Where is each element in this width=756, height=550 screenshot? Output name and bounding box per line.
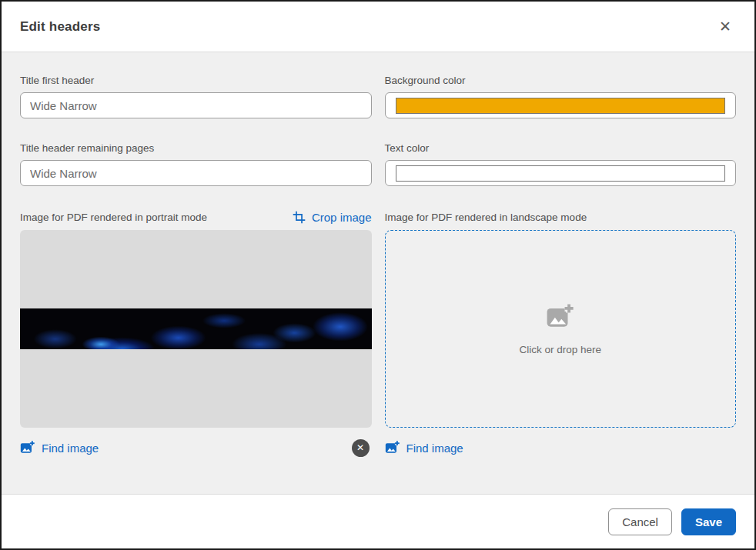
- close-icon[interactable]: ✕: [719, 19, 731, 34]
- landscape-find-image-label: Find image: [406, 442, 463, 455]
- dialog-header: Edit headers ✕: [2, 2, 754, 52]
- remove-image-button[interactable]: ✕: [352, 439, 370, 457]
- text-color-picker[interactable]: [385, 160, 737, 186]
- dialog-footer: Cancel Save: [2, 494, 754, 548]
- portrait-image-label: Image for PDF rendered in portrait mode: [20, 212, 207, 223]
- landscape-dropzone[interactable]: Click or drop here: [385, 230, 737, 428]
- title-remaining-pages-input[interactable]: [20, 160, 372, 186]
- background-color-picker[interactable]: [385, 92, 737, 118]
- left-column: Title first header Title header remainin…: [20, 75, 372, 494]
- landscape-section-head: Image for PDF rendered in landscape mode: [385, 210, 737, 224]
- dialog-body: Title first header Title header remainin…: [2, 52, 754, 494]
- cancel-button[interactable]: Cancel: [608, 508, 672, 535]
- crop-icon: [293, 211, 306, 224]
- text-color-swatch: [396, 165, 726, 182]
- portrait-section-head: Image for PDF rendered in portrait mode …: [20, 210, 372, 224]
- image-add-icon: [385, 440, 400, 455]
- crop-image-label: Crop image: [312, 211, 372, 224]
- edit-headers-dialog: Edit headers ✕ Title first header Title …: [0, 0, 756, 550]
- save-button[interactable]: Save: [681, 508, 736, 535]
- remove-x-icon: ✕: [356, 439, 364, 457]
- portrait-find-image-label: Find image: [42, 442, 99, 455]
- portrait-image-preview[interactable]: [20, 230, 372, 428]
- dialog-title: Edit headers: [20, 19, 100, 35]
- right-column: Background color Text color Image for PD…: [385, 75, 737, 494]
- landscape-find-row: Find image: [385, 436, 737, 459]
- image-add-placeholder-icon: [546, 302, 575, 335]
- background-color-swatch: [396, 98, 726, 114]
- image-add-icon: [20, 440, 35, 455]
- portrait-find-image-button[interactable]: Find image: [20, 440, 99, 455]
- crop-image-button[interactable]: Crop image: [293, 211, 372, 224]
- title-first-header-input[interactable]: [20, 92, 372, 118]
- landscape-find-image-button[interactable]: Find image: [385, 440, 463, 455]
- title-first-header-label: Title first header: [20, 75, 372, 86]
- landscape-image-label: Image for PDF rendered in landscape mode: [385, 212, 587, 223]
- text-color-label: Text color: [385, 142, 737, 154]
- title-remaining-pages-label: Title header remaining pages: [20, 142, 372, 154]
- dropzone-label: Click or drop here: [519, 344, 601, 355]
- background-color-label: Background color: [385, 75, 737, 86]
- portrait-find-row: Find image ✕: [20, 436, 372, 459]
- portrait-image-banner: [20, 308, 372, 349]
